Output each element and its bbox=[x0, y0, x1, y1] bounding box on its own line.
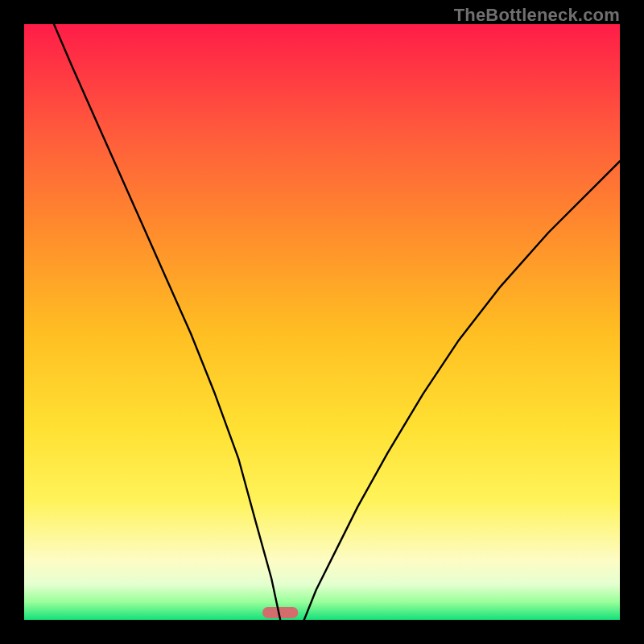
chart-frame bbox=[24, 24, 620, 620]
curve-right-branch bbox=[304, 161, 620, 620]
curve-layer bbox=[24, 24, 620, 620]
curve-left-branch bbox=[54, 24, 280, 620]
watermark-text: TheBottleneck.com bbox=[454, 5, 620, 26]
